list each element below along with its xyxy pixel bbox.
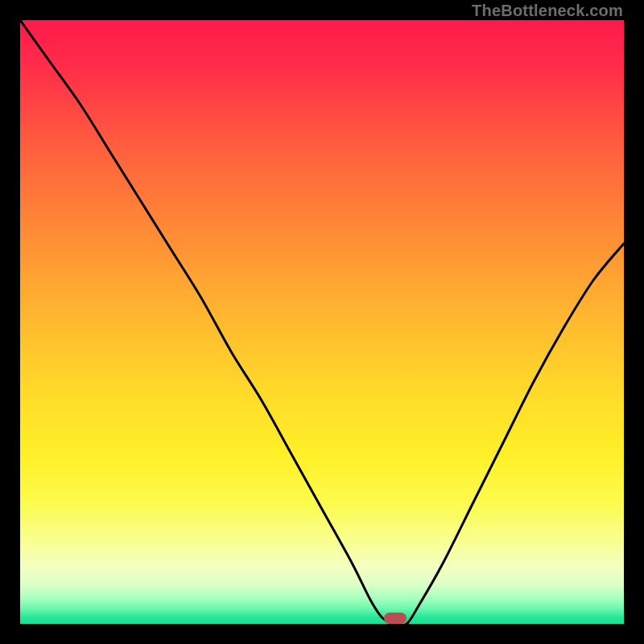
curve bbox=[20, 20, 624, 624]
watermark-label: TheBottleneck.com bbox=[472, 2, 623, 20]
notch-marker bbox=[384, 613, 407, 624]
chart-frame: { "watermark": "TheBottleneck.com", "plo… bbox=[0, 0, 644, 644]
plot-area bbox=[20, 20, 624, 624]
